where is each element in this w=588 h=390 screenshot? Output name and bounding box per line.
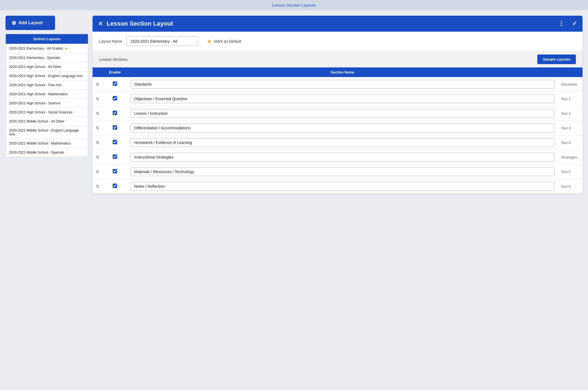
table-row: ⇅ Text 6: [93, 179, 582, 194]
district-layouts-header: District Layouts: [6, 34, 88, 44]
enable-cell: [103, 165, 127, 179]
sections-table: Enable Section Name ⇅ Standards ⇅: [93, 67, 582, 194]
section-type: Text 5: [558, 165, 582, 179]
table-row: ⇅ Text 1: [93, 92, 582, 106]
layout-list-item[interactable]: 2020-2021 Middle School - All Other: [6, 117, 88, 126]
left-panel: ⊕ Add Layout District Layouts 2020-2021 …: [6, 16, 88, 157]
section-name-input[interactable]: [131, 153, 554, 162]
th-sort: [93, 67, 103, 77]
section-name-input[interactable]: [131, 182, 554, 191]
item-label: 2020-2021 High School - English Language…: [9, 74, 83, 78]
layout-list-item[interactable]: 2020-2021 Middle School - Mathematics: [6, 139, 88, 148]
sort-handle[interactable]: ⇅: [93, 106, 103, 121]
section-name-input[interactable]: [131, 124, 554, 132]
enable-cell: [103, 106, 127, 121]
star-icon: ★: [64, 46, 68, 51]
add-layout-label: Add Layout: [18, 20, 43, 25]
layout-name-label: Layout Name: [99, 39, 122, 43]
enable-checkbox[interactable]: [113, 111, 117, 115]
item-label: 2020-2021 High School - Social Sciences: [9, 110, 72, 114]
th-type: [558, 67, 582, 77]
section-name-cell: [127, 92, 558, 106]
section-name-cell: [127, 179, 558, 194]
top-bar-title: Lesson Section Layouts: [272, 3, 316, 7]
table-row: ⇅ Text 4: [93, 135, 582, 150]
enable-checkbox[interactable]: [113, 184, 117, 188]
table-header-row: Enable Section Name: [93, 67, 582, 77]
table-row: ⇅ Strategies: [93, 150, 582, 165]
right-panel: ✕ Lesson Section Layout ⋮ ✓ Layout Name …: [93, 16, 582, 194]
enable-checkbox[interactable]: [113, 96, 117, 100]
panel-title: Lesson Section Layout: [107, 20, 554, 27]
item-label: 2020-2021 High School - Science: [9, 101, 60, 105]
sort-handle[interactable]: ⇅: [93, 77, 103, 92]
sort-handle[interactable]: ⇅: [93, 92, 103, 106]
add-layout-button[interactable]: ⊕ Add Layout: [6, 16, 55, 30]
layout-list-item[interactable]: 2020-2021 High School - Science: [6, 99, 88, 108]
section-name-cell: [127, 106, 558, 121]
section-name-cell: [127, 150, 558, 165]
section-name-cell: [127, 135, 558, 150]
item-label: 2020-2021 Middle School - Mathematics: [9, 141, 71, 145]
sort-handle[interactable]: ⇅: [93, 135, 103, 150]
enable-checkbox[interactable]: [113, 125, 117, 130]
close-button[interactable]: ✕: [98, 20, 103, 27]
mark-as-default-button[interactable]: Mark as Default: [214, 39, 241, 43]
section-type: Text 6: [558, 179, 582, 194]
layout-list-item[interactable]: 2020-2021 High School - English Language…: [6, 72, 88, 81]
sample-layouts-button[interactable]: Sample Layouts: [537, 54, 576, 64]
enable-checkbox[interactable]: [113, 81, 117, 86]
layout-list-item[interactable]: 2020-2021 Middle School - Specials: [6, 148, 88, 157]
th-enable: Enable: [103, 67, 127, 77]
layout-list-item[interactable]: 2020-2021 High School - Mathematics: [6, 90, 88, 99]
section-name-input[interactable]: [131, 167, 554, 176]
layout-name-input[interactable]: [126, 37, 198, 46]
save-check-button[interactable]: ✓: [572, 20, 577, 27]
layout-items-list: 2020-2021 Elementary - All Grades ★2020-…: [6, 44, 88, 157]
lesson-sections-bar: Lesson Sections Sample Layouts: [93, 51, 582, 67]
main-layout: ⊕ Add Layout District Layouts 2020-2021 …: [0, 10, 588, 199]
section-type: Strategies: [558, 150, 582, 165]
sections-tbody: ⇅ Standards ⇅ Text 1 ⇅: [93, 77, 582, 194]
layout-list-item[interactable]: 2020-2021 Middle School - English Langua…: [6, 126, 88, 139]
table-row: ⇅ Text 3: [93, 121, 582, 135]
enable-cell: [103, 150, 127, 165]
plus-icon: ⊕: [12, 20, 16, 26]
enable-cell: [103, 121, 127, 135]
star-default-icon[interactable]: ★: [207, 38, 212, 45]
enable-checkbox[interactable]: [113, 169, 117, 173]
enable-cell: [103, 135, 127, 150]
district-layouts-panel: District Layouts 2020-2021 Elementary - …: [6, 34, 88, 157]
sort-handle[interactable]: ⇅: [93, 179, 103, 194]
layout-list-item[interactable]: 2020-2021 High School - Social Sciences: [6, 108, 88, 117]
enable-checkbox[interactable]: [113, 154, 117, 159]
table-row: ⇅ Text 5: [93, 165, 582, 179]
table-row: ⇅ Standards: [93, 77, 582, 92]
section-name-input[interactable]: [131, 94, 554, 103]
section-name-input[interactable]: [131, 138, 554, 147]
layout-list-item[interactable]: 2020-2021 High School - Fine Arts: [6, 81, 88, 90]
enable-checkbox[interactable]: [113, 140, 117, 144]
section-name-cell: [127, 77, 558, 92]
lesson-sections-label: Lesson Sections: [99, 57, 128, 62]
more-menu-button[interactable]: ⋮: [558, 20, 565, 27]
sort-handle[interactable]: ⇅: [93, 121, 103, 135]
section-name-input[interactable]: [131, 80, 554, 89]
section-type: Text 2: [558, 106, 582, 121]
layout-list-item[interactable]: 2020-2021 High School - All Other: [6, 62, 88, 72]
sort-handle[interactable]: ⇅: [93, 165, 103, 179]
sort-handle[interactable]: ⇅: [93, 150, 103, 165]
layout-list-item[interactable]: 2020-2021 Elementary - All Grades ★: [6, 44, 88, 53]
item-label: 2020-2021 Middle School - English Langua…: [9, 129, 85, 136]
item-label: 2020-2021 High School - All Other: [9, 65, 61, 69]
section-name-input[interactable]: [131, 109, 554, 118]
item-label: 2020-2021 High School - Fine Arts: [9, 83, 62, 87]
section-type: Text 3: [558, 121, 582, 135]
item-label: 2020-2021 High School - Mathematics: [9, 92, 68, 96]
item-label: 2020-2021 Middle School - All Other: [9, 119, 64, 123]
mark-default-area: ★ Mark as Default: [207, 38, 241, 45]
enable-cell: [103, 92, 127, 106]
layout-list-item[interactable]: 2020-2021 Elementary - Specials: [6, 53, 88, 62]
table-row: ⇅ Text 2: [93, 106, 582, 121]
item-label: 2020-2021 Middle School - Specials: [9, 151, 64, 154]
